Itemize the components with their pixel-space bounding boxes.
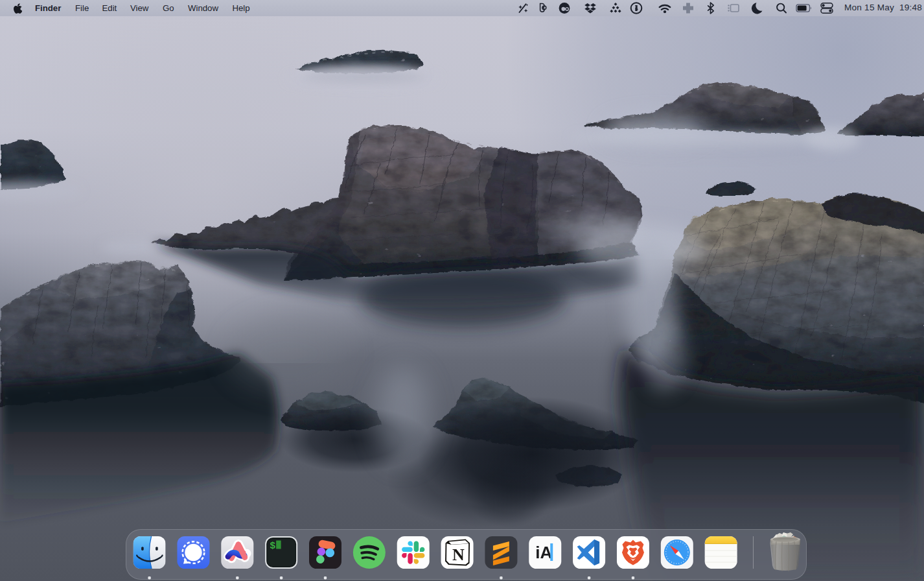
svg-text:$: $ <box>270 541 275 552</box>
svg-text:iA: iA <box>535 543 552 562</box>
svg-text:N: N <box>452 545 465 564</box>
